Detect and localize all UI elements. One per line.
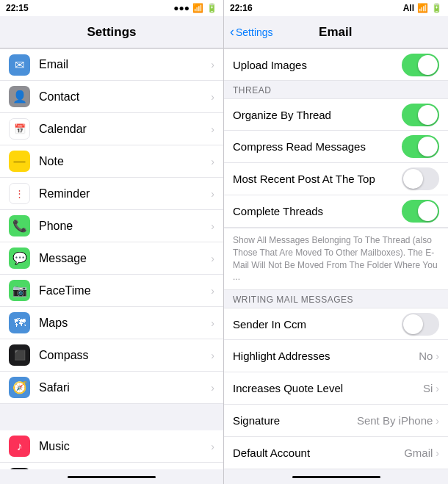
compress-read-messages-label: Compress Read Messages xyxy=(233,140,402,153)
sender-in-ccm-item[interactable]: Sender In Ccm xyxy=(224,308,448,340)
highlight-addresses-item[interactable]: Highlight Addresses No › xyxy=(224,340,448,372)
compass-label: Compass xyxy=(39,349,211,362)
wifi-icon: 📶 xyxy=(192,3,203,13)
organize-by-thread-toggle[interactable] xyxy=(402,104,439,126)
complete-threads-item[interactable]: Complete Threads xyxy=(224,195,448,228)
default-account-item[interactable]: Default Account Gmail › xyxy=(224,437,448,469)
sidebar-item-music[interactable]: ♪ Music › xyxy=(0,430,223,463)
sidebar-item-contact[interactable]: 👤 Contact › xyxy=(0,81,223,113)
note-label: Note xyxy=(39,155,211,168)
default-account-value: Gmail xyxy=(404,447,433,459)
toggle-thumb-2 xyxy=(418,105,438,125)
toggle-thumb-6 xyxy=(403,314,423,334)
phone-icon: 📞 xyxy=(9,215,30,236)
toggle-thumb-5 xyxy=(418,201,438,221)
signature-item[interactable]: Signature Sent By iPhone › xyxy=(224,405,448,437)
back-button[interactable]: ‹ Settings xyxy=(230,24,273,40)
note-icon: — xyxy=(9,151,30,172)
reminder-label: Reminder xyxy=(39,187,211,201)
highlight-addresses-chevron: › xyxy=(436,350,439,362)
sidebar-item-note[interactable]: — Note › xyxy=(0,145,223,178)
right-status-bar: 22:16 All 📶 🔋 xyxy=(224,0,448,16)
compass-icon: ⬛ xyxy=(9,344,30,366)
left-status-icons: ●●● 📶 🔋 xyxy=(173,3,217,13)
toggle-thumb-3 xyxy=(418,137,438,156)
sidebar-item-compass[interactable]: ⬛ Compass › xyxy=(0,339,223,372)
thread-info-text: Show All Messages Belonging To The Threa… xyxy=(233,235,438,282)
contact-icon: 👤 xyxy=(9,86,30,107)
sender-in-ccm-toggle[interactable] xyxy=(402,313,439,336)
reminder-icon: ⋮ xyxy=(9,183,30,204)
right-wifi-icon: 📶 xyxy=(417,3,428,13)
organize-by-thread-item[interactable]: Organize By Thread xyxy=(224,98,448,131)
increases-quote-level-item[interactable]: Increases Quote Level Si › xyxy=(224,372,448,405)
music-label: Music xyxy=(39,440,211,453)
calendar-chevron: › xyxy=(211,123,214,135)
safari-chevron: › xyxy=(211,382,214,394)
toggle-thumb-4 xyxy=(403,169,423,189)
email-label: Email xyxy=(39,58,211,71)
most-recent-post-item[interactable]: Most Recent Post At The Top xyxy=(224,163,448,195)
contact-chevron: › xyxy=(211,91,214,103)
upload-images-toggle[interactable] xyxy=(402,54,439,76)
left-separator xyxy=(0,404,223,430)
thread-section-header: THREAD xyxy=(224,81,448,98)
sidebar-item-phone[interactable]: 📞 Phone › xyxy=(0,210,223,242)
calendar-icon: 📅 xyxy=(9,118,30,140)
settings-list: ✉ Email › 👤 Contact › 📅 Calendar › — Not… xyxy=(0,48,223,469)
upload-images-label: Upload Images xyxy=(233,59,402,71)
most-recent-post-toggle[interactable] xyxy=(402,167,439,190)
sidebar-item-videos[interactable]: ▶ Videos › xyxy=(0,463,223,469)
phone-label: Phone xyxy=(39,220,211,233)
right-content: Upload Images THREAD Organize By Thread … xyxy=(224,48,448,469)
right-nav-title: Email xyxy=(273,25,398,40)
facetime-label: FaceTime xyxy=(39,284,211,297)
back-chevron-icon: ‹ xyxy=(230,24,234,40)
sidebar-item-safari[interactable]: 🧭 Safari › xyxy=(0,372,223,404)
note-chevron: › xyxy=(211,156,214,167)
compress-read-messages-item[interactable]: Compress Read Messages xyxy=(224,131,448,163)
safari-icon: 🧭 xyxy=(9,377,30,398)
reminder-chevron: › xyxy=(211,188,214,200)
thread-info-box: Show All Messages Belonging To The Threa… xyxy=(224,228,448,290)
sidebar-item-email[interactable]: ✉ Email › xyxy=(0,48,223,81)
email-chevron: › xyxy=(211,59,214,71)
music-icon: ♪ xyxy=(9,436,30,457)
right-battery-icon: 🔋 xyxy=(431,3,442,13)
safari-label: Safari xyxy=(39,381,211,394)
signature-label: Signature xyxy=(233,414,357,427)
most-recent-post-label: Most Recent Post At The Top xyxy=(233,173,402,185)
phone-chevron: › xyxy=(211,220,214,232)
right-panel: 22:16 All 📶 🔋 ‹ Settings Email Upload Im… xyxy=(224,0,448,484)
compress-read-toggle[interactable] xyxy=(402,135,439,158)
sidebar-item-reminder[interactable]: ⋮ Reminder › xyxy=(0,178,223,210)
default-account-chevron: › xyxy=(436,447,439,459)
sidebar-item-message[interactable]: 💬 Message › xyxy=(0,242,223,275)
music-chevron: › xyxy=(211,441,214,452)
left-time: 22:15 xyxy=(6,3,29,13)
right-signal-text: All xyxy=(403,3,414,13)
sidebar-item-maps[interactable]: 🗺 Maps › xyxy=(0,307,223,339)
right-home-indicator xyxy=(224,469,448,484)
signature-value: Sent By iPhone xyxy=(357,414,433,427)
left-home-bar xyxy=(68,476,156,478)
right-navbar: ‹ Settings Email xyxy=(224,16,448,48)
increases-quote-level-label: Increases Quote Level xyxy=(233,382,423,394)
right-status-icons: All 📶 🔋 xyxy=(403,3,442,13)
sidebar-item-calendar[interactable]: 📅 Calendar › xyxy=(0,113,223,145)
facetime-icon: 📷 xyxy=(9,280,30,301)
increases-quote-level-value: Si xyxy=(423,382,433,394)
contact-label: Contact xyxy=(39,90,211,104)
complete-threads-toggle[interactable] xyxy=(402,200,439,223)
left-panel: 22:15 ●●● 📶 🔋 Settings ✉ Email › 👤 Conta… xyxy=(0,0,224,484)
message-icon: 💬 xyxy=(9,248,30,269)
highlight-addresses-label: Highlight Addresses xyxy=(233,350,419,362)
sender-in-ccm-label: Sender In Ccm xyxy=(233,318,402,331)
back-label: Settings xyxy=(236,26,273,38)
sidebar-item-facetime[interactable]: 📷 FaceTime › xyxy=(0,275,223,307)
highlight-addresses-value: No xyxy=(419,350,433,362)
writing-section-header: WRITING MAIL MESSAGES xyxy=(224,290,448,308)
message-label: Message xyxy=(39,252,211,265)
complete-threads-label: Complete Threads xyxy=(233,205,402,217)
upload-images-item[interactable]: Upload Images xyxy=(224,48,448,81)
